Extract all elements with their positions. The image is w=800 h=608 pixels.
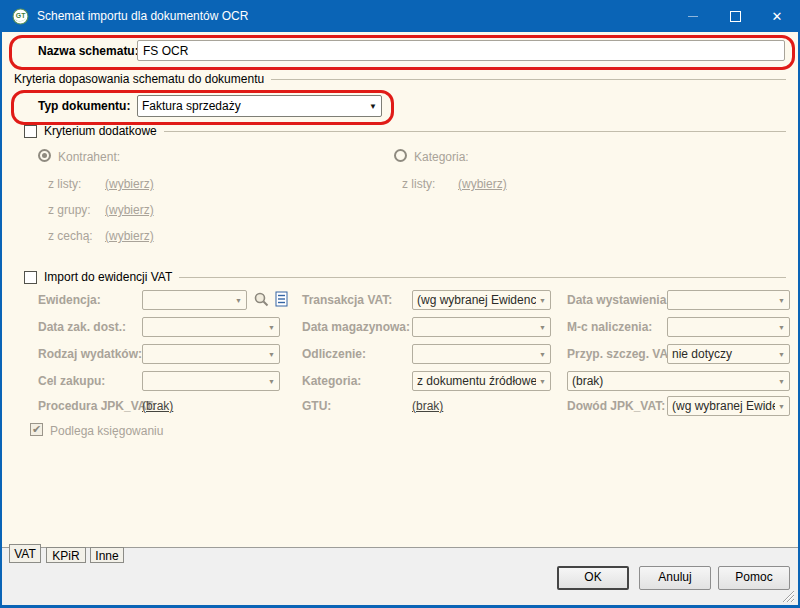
chevron-down-icon: ▼ [539, 378, 546, 385]
schema-name-label: Nazwa schematu: [38, 44, 139, 58]
dialog-window: GT Schemat importu dla dokumentów OCR ✕ … [0, 0, 800, 608]
doc-type-combobox[interactable]: Faktura sprzedaży ▼ [137, 95, 382, 117]
help-button[interactable]: Pomoc [718, 566, 790, 590]
data-wystawienia-combobox[interactable]: ▼ [667, 290, 790, 310]
chevron-down-icon: ▼ [778, 403, 785, 410]
extra-criterion-header: Kryterium dodatkowe [14, 124, 786, 138]
chevron-down-icon: ▼ [539, 351, 546, 358]
vat-import-header: Import do ewidencji VAT [14, 270, 786, 284]
z-cecha-wybierz-link[interactable]: (wybierz) [105, 229, 154, 243]
chevron-down-icon: ▼ [778, 297, 785, 304]
doc-type-label: Typ dokumentu: [38, 99, 130, 113]
kontrahent-label: Kontrahent: [58, 150, 120, 164]
transakcja-combobox[interactable]: (wg wybranej Ewidencji VAT) ▼ [412, 290, 551, 310]
kontrahent-radio[interactable] [38, 149, 51, 162]
z-grupy-label: z grupy: [48, 203, 91, 217]
list-icon[interactable] [275, 291, 288, 307]
kategoria-label: Kategoria: [414, 150, 469, 164]
tab-kpir[interactable]: KPiR [46, 547, 86, 563]
dowod-jpk-label: Dowód JPK_VAT: [567, 399, 665, 413]
app-icon: GT [12, 8, 29, 25]
chevron-down-icon: ▼ [268, 324, 275, 331]
rodzaj-wydatkow-label: Rodzaj wydatków: [38, 347, 142, 361]
brak-wide-combobox[interactable]: (brak) ▼ [567, 371, 790, 391]
kategoria-z-listy-label: z listy: [402, 177, 435, 191]
z-grupy-wybierz-link[interactable]: (wybierz) [105, 203, 154, 217]
chevron-down-icon: ▼ [369, 102, 377, 111]
rodzaj-wydatkow-combobox[interactable]: ▼ [142, 344, 280, 364]
mc-naliczenia-label: M-c naliczenia: [567, 320, 652, 334]
brak-wide-value: (brak) [572, 374, 775, 388]
mc-naliczenia-combobox[interactable]: ▼ [667, 317, 790, 337]
extra-criterion-checkbox[interactable] [24, 125, 37, 138]
ok-button[interactable]: OK [557, 566, 629, 590]
tab-inne[interactable]: Inne [90, 547, 124, 563]
maximize-icon [730, 11, 741, 22]
cel-zakupu-combobox[interactable]: ▼ [142, 371, 280, 391]
ewidencja-label: Ewidencja: [38, 293, 101, 307]
close-button[interactable]: ✕ [756, 0, 798, 32]
vat-kategoria-label: Kategoria: [302, 374, 361, 388]
podlega-ksiegowaniu-label: Podlega księgowaniu [50, 424, 163, 438]
vat-import-label: Import do ewidencji VAT [44, 270, 172, 284]
chevron-down-icon: ▼ [778, 378, 785, 385]
gtu-brak-link[interactable]: (brak) [412, 399, 443, 413]
chevron-down-icon: ▼ [778, 324, 785, 331]
chevron-down-icon: ▼ [539, 324, 546, 331]
transakcja-value: (wg wybranej Ewidencji VAT) [417, 293, 536, 307]
tab-vat[interactable]: VAT [9, 544, 41, 563]
z-cecha-label: z cechą: [48, 229, 93, 243]
chevron-down-icon: ▼ [235, 297, 242, 304]
data-magazynowa-combobox[interactable]: ▼ [412, 317, 551, 337]
dowod-jpk-value: (wg wybranej Ewidencji VAT) [672, 399, 775, 413]
transakcja-label: Transakcja VAT: [302, 293, 392, 307]
odliczenie-label: Odliczenie: [302, 347, 366, 361]
data-zak-combobox[interactable]: ▼ [142, 317, 280, 337]
extra-criterion-label: Kryterium dodatkowe [44, 124, 157, 138]
gtu-label: GTU: [302, 399, 331, 413]
kategoria-radio[interactable] [394, 149, 407, 162]
podlega-ksiegowaniu-checkbox[interactable]: ✔ [30, 423, 43, 436]
przyp-szczeg-combobox[interactable]: nie dotyczy ▼ [667, 344, 790, 364]
separator-line [179, 277, 786, 278]
procedura-brak-link[interactable]: (brak) [142, 399, 173, 413]
doc-type-value: Faktura sprzedaży [142, 99, 366, 113]
przyp-szczeg-value: nie dotyczy [672, 347, 775, 361]
minimize-button[interactable] [672, 0, 714, 32]
kategoria-wybierz-link[interactable]: (wybierz) [458, 177, 507, 191]
z-listy-wybierz-link[interactable]: (wybierz) [105, 177, 154, 191]
chevron-down-icon: ▼ [778, 351, 785, 358]
data-zak-label: Data zak. dost.: [38, 320, 126, 334]
maximize-button[interactable] [714, 0, 756, 32]
criteria-group-label: Kryteria dopasowania schematu do dokumen… [14, 72, 264, 86]
window-title: Schemat importu dla dokumentów OCR [37, 9, 672, 23]
przyp-szczeg-label: Przyp. szczeg. VAT: [567, 347, 677, 361]
cel-zakupu-label: Cel zakupu: [38, 374, 105, 388]
svg-text:GT: GT [16, 12, 26, 19]
radio-dot [42, 153, 47, 158]
ewidencja-combobox[interactable]: ▼ [142, 290, 247, 310]
vat-kategoria-combobox[interactable]: z dokumentu źródłowego ▼ [412, 371, 551, 391]
dowod-jpk-combobox[interactable]: (wg wybranej Ewidencji VAT) ▼ [667, 396, 790, 416]
z-listy-label: z listy: [48, 177, 81, 191]
separator-line [271, 79, 786, 80]
search-icon[interactable] [253, 291, 270, 308]
procedura-jpk-label: Procedura JPK_VAT: [38, 399, 156, 413]
vat-kategoria-value: z dokumentu źródłowego [417, 374, 536, 388]
chevron-down-icon: ▼ [268, 378, 275, 385]
titlebar: GT Schemat importu dla dokumentów OCR ✕ [2, 0, 798, 32]
minimize-icon [688, 16, 698, 17]
criteria-group-header: Kryteria dopasowania schematu do dokumen… [14, 72, 786, 86]
odliczenie-combobox[interactable]: ▼ [412, 344, 551, 364]
data-wystawienia-label: Data wystawienia: [567, 293, 670, 307]
separator-line [164, 131, 786, 132]
chevron-down-icon: ▼ [539, 297, 546, 304]
resize-grip[interactable] [780, 588, 795, 603]
data-magazynowa-label: Data magazynowa: [302, 320, 410, 334]
chevron-down-icon: ▼ [268, 351, 275, 358]
vat-import-checkbox[interactable] [24, 271, 37, 284]
cancel-button[interactable]: Anuluj [639, 566, 711, 590]
schema-name-input[interactable] [137, 40, 785, 61]
close-icon: ✕ [772, 10, 783, 23]
